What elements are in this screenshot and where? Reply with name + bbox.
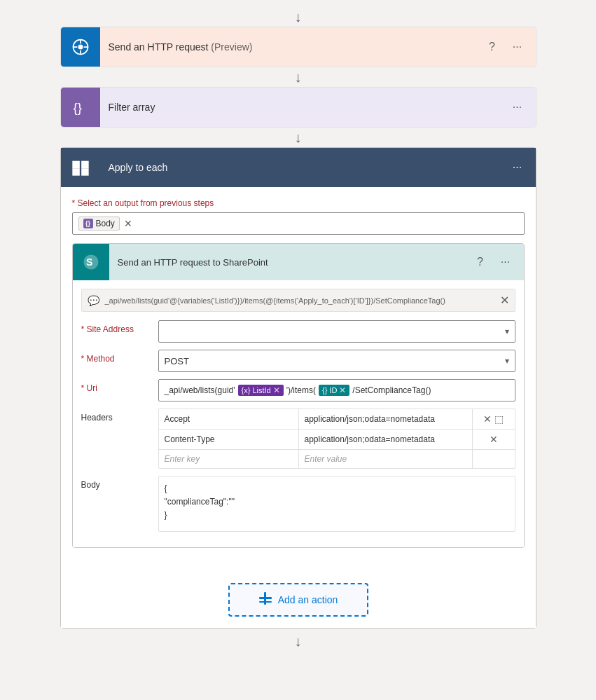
uri-suffix: /SetComplianceTag(): [352, 385, 431, 395]
apply-to-each-card: Apply to each ··· Select an output from …: [60, 147, 536, 629]
uri-input[interactable]: _api/web/lists(guid' {x} ListId ✕ ')/ite…: [158, 379, 515, 402]
svg-text:{}: {}: [73, 100, 81, 115]
svg-rect-15: [259, 601, 272, 603]
svg-text:S: S: [86, 256, 92, 268]
header-1-actions: ✕ ⬚: [473, 409, 515, 429]
uri-label: Uri: [81, 379, 158, 393]
http-request-more-btn[interactable]: ···: [508, 37, 527, 57]
header-row-2: Content-Type application/json;odata=nome…: [159, 430, 515, 450]
sp-card-help-btn[interactable]: ?: [471, 252, 490, 272]
method-select[interactable]: POST ▾: [158, 350, 515, 372]
select-output-input[interactable]: {} Body ✕: [72, 212, 525, 235]
site-address-select[interactable]: ▾: [158, 320, 515, 343]
header-2-val: application/json;odata=nometadata: [299, 430, 473, 449]
svg-rect-9: [73, 169, 78, 174]
apply-to-each-header: Apply to each ···: [61, 148, 536, 187]
sp-card-actions: ? ···: [471, 252, 524, 272]
header-empty-actions: [473, 450, 515, 468]
header-1-copy-btn[interactable]: ⬚: [494, 413, 504, 425]
site-address-chevron: ▾: [505, 327, 509, 336]
http-request-help-btn[interactable]: ?: [483, 37, 502, 57]
token-icon: {}: [83, 219, 93, 228]
body-input[interactable]: { "complianceTag":"" }: [158, 476, 515, 532]
sp-card-title: Send an HTTP request to SharePoint: [109, 257, 471, 268]
header-1-delete-btn[interactable]: ✕: [483, 413, 492, 425]
sp-card: S Send an HTTP request to SharePoint ? ·…: [72, 243, 525, 548]
token-remove-btn[interactable]: ✕: [124, 219, 132, 228]
uri-token-listid: {x} ListId ✕: [238, 385, 284, 396]
header-val-placeholder: Enter value: [305, 454, 347, 464]
add-action-button[interactable]: Add an action: [228, 583, 368, 617]
header-2-delete-btn[interactable]: ✕: [490, 434, 498, 445]
header-2-key: Content-Type: [159, 430, 299, 449]
uri-token-id-label: ID: [329, 386, 337, 394]
filter-array-header: {} Filter array ···: [61, 88, 536, 127]
header-row-1: Accept application/json;odata=nometadata…: [159, 409, 515, 430]
header-key-placeholder: Enter key: [165, 454, 200, 464]
headers-table: Accept application/json;odata=nometadata…: [158, 409, 515, 469]
svg-rect-10: [82, 169, 88, 174]
method-label: Method: [81, 350, 158, 364]
filter-array-card: {} Filter array ···: [60, 87, 536, 128]
http-request-title: Send an HTTP request (Preview): [100, 41, 483, 53]
uri-prefix: _api/web/lists(guid': [165, 385, 235, 395]
apply-to-each-body: Select an output from previous steps {} …: [61, 187, 536, 628]
apply-to-each-actions: ···: [508, 158, 536, 177]
url-bar-text: _api/web/lists(guid'@{variables('ListId'…: [105, 296, 445, 305]
svg-rect-7: [73, 162, 78, 167]
body-value: { "complianceTag":"" }: [158, 476, 515, 532]
svg-rect-8: [82, 162, 88, 167]
method-chevron: ▾: [505, 356, 509, 366]
http-request-header: Send an HTTP request (Preview) ? ···: [61, 27, 536, 67]
filter-array-title: Filter array: [100, 102, 508, 113]
header-row-empty: Enter key Enter value: [159, 450, 515, 468]
sp-card-more-btn[interactable]: ···: [496, 252, 515, 272]
headers-row: Headers Accept application/json;odata=no…: [81, 409, 515, 469]
site-address-row: Site Address ▾: [81, 320, 515, 343]
apply-to-each-more-btn[interactable]: ···: [508, 158, 527, 177]
uri-row: Uri _api/web/lists(guid' {x} ListId ✕ ')…: [81, 379, 515, 402]
sp-card-header: S Send an HTTP request to SharePoint ? ·…: [73, 244, 524, 280]
uri-token-listid-label: ListId: [252, 386, 270, 394]
uri-token-id: {} ID ✕: [319, 385, 349, 396]
header-2-actions: ✕: [473, 430, 515, 449]
method-value: POST ▾: [158, 350, 515, 372]
token-label: Body: [96, 219, 115, 228]
filter-array-icon: {}: [61, 88, 100, 127]
apply-to-each-icon: [61, 148, 100, 187]
select-output-label: Select an output from previous steps: [72, 198, 525, 208]
apply-to-each-title: Apply to each: [100, 162, 508, 173]
uri-token-id-remove[interactable]: ✕: [339, 385, 346, 395]
method-row: Method POST ▾: [81, 350, 515, 372]
body-label: Body: [81, 476, 158, 490]
chat-icon: 💬: [88, 295, 99, 306]
site-address-value: ▾: [158, 320, 515, 343]
header-empty-val[interactable]: Enter value: [299, 450, 473, 468]
headers-label: Headers: [81, 409, 158, 423]
body-row: Body { "complianceTag":"" }: [81, 476, 515, 532]
filter-array-more-btn[interactable]: ···: [508, 97, 527, 117]
uri-token-brace: {x}: [242, 386, 251, 394]
http-request-icon: [61, 27, 100, 67]
arrow-2: ↓: [295, 130, 302, 144]
filter-array-actions: ···: [508, 97, 536, 117]
uri-middle1: ')/items(: [286, 385, 316, 395]
uri-token-id-brace: {}: [322, 386, 327, 394]
top-arrow: ↓: [295, 10, 302, 24]
header-empty-key[interactable]: Enter key: [159, 450, 299, 468]
sp-card-icon: S: [73, 244, 109, 280]
url-bar-close-btn[interactable]: ✕: [500, 294, 509, 307]
add-action-icon: [258, 591, 272, 608]
site-address-label: Site Address: [81, 320, 158, 334]
uri-value: _api/web/lists(guid' {x} ListId ✕ ')/ite…: [158, 379, 515, 402]
svg-rect-14: [264, 592, 266, 605]
headers-value: Accept application/json;odata=nometadata…: [158, 409, 515, 469]
svg-point-1: [78, 45, 83, 50]
url-bar: 💬 _api/web/lists(guid'@{variables('ListI…: [81, 289, 515, 312]
method-text: POST: [165, 356, 189, 366]
add-action-label: Add an action: [278, 594, 338, 605]
uri-token-listid-remove[interactable]: ✕: [273, 385, 280, 395]
header-1-val: application/json;odata=nometadata: [299, 409, 473, 429]
sp-card-body: 💬 _api/web/lists(guid'@{variables('ListI…: [73, 280, 524, 547]
http-request-card: Send an HTTP request (Preview) ? ···: [60, 27, 536, 67]
